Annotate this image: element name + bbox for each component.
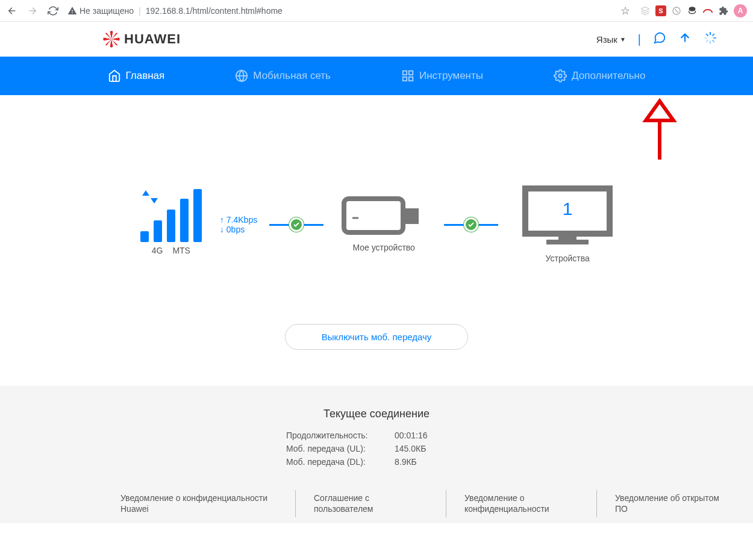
connection-info: Текущее соединение Продолжительность: 00… [0, 386, 753, 484]
grid-icon [401, 69, 414, 82]
huawei-logo-icon [102, 30, 120, 48]
nav-mobile[interactable]: Мобильная сеть [235, 69, 331, 82]
footer: Уведомление о конфиденциальности Huawei … [0, 484, 753, 523]
ext-icon-4[interactable] [687, 5, 698, 16]
gear-icon [554, 69, 567, 82]
chat-icon[interactable] [653, 31, 666, 47]
nav-advanced[interactable]: Дополнительно [554, 69, 645, 82]
svg-rect-11 [403, 71, 407, 75]
url-text: 192.168.8.1/html/content.html#home [146, 6, 283, 16]
toggle-mobile-data-button[interactable]: Выключить моб. передачу [285, 324, 469, 350]
nav-tools[interactable]: Инструменты [401, 69, 483, 82]
language-selector[interactable]: Язык ▼ [596, 34, 626, 45]
device-label: Мое устройство [352, 242, 414, 253]
router-icon [342, 196, 426, 238]
brand-logo: HUAWEI [102, 30, 181, 48]
dl-label: Моб. передача (DL): [286, 457, 395, 467]
svg-rect-14 [403, 77, 407, 81]
reload-icon[interactable] [47, 5, 59, 17]
check-icon [289, 217, 304, 232]
nav-home[interactable]: Главная [108, 69, 165, 82]
star-icon[interactable]: ☆ [619, 5, 631, 17]
update-icon[interactable] [678, 31, 692, 47]
back-icon[interactable] [6, 5, 18, 17]
url-bar[interactable]: Не защищено | 192.168.8.1/html/content.h… [67, 6, 611, 16]
extensions-icon[interactable] [718, 5, 729, 16]
svg-line-2 [713, 34, 714, 36]
devices-label: Устройства [546, 253, 590, 264]
ul-value: 145.0КБ [395, 444, 426, 453]
upload-arrow-icon: ↑ [220, 215, 224, 225]
connection-line-1 [269, 224, 323, 226]
globe-icon [235, 69, 248, 82]
device-count: 1 [522, 199, 613, 219]
footer-confidentiality[interactable]: Уведомление о конфиденциальности [446, 490, 596, 517]
svg-point-15 [558, 74, 562, 78]
upload-speed: 7.4Kbps [227, 215, 257, 225]
loading-icon [704, 31, 717, 47]
ext-icon-5[interactable] [702, 5, 713, 16]
nav-tools-label: Инструменты [419, 70, 483, 82]
brand-name: HUAWEI [124, 31, 181, 47]
ext-icon-3[interactable] [671, 5, 682, 16]
svg-line-8 [707, 34, 708, 36]
nav-advanced-label: Дополнительно [572, 70, 645, 82]
svg-rect-21 [558, 234, 576, 240]
svg-line-6 [707, 40, 708, 42]
signal-activity-icon [142, 190, 158, 206]
duration-label: Продолжительность: [286, 431, 395, 440]
ext-icon-2[interactable]: S [655, 5, 666, 16]
not-secure-warning: Не защищено [67, 6, 134, 16]
footer-opensource[interactable]: Уведомление об открытом ПО [596, 490, 747, 517]
app-header: HUAWEI Язык ▼ | [0, 22, 753, 57]
svg-rect-12 [409, 71, 413, 75]
operator-name: MTS [172, 246, 190, 255]
svg-rect-19 [403, 208, 419, 224]
ext-icon-1[interactable] [640, 5, 651, 16]
signal-block: 4G MTS [140, 194, 202, 255]
download-arrow-icon: ↓ [220, 225, 224, 234]
svg-rect-13 [409, 77, 413, 81]
svg-rect-22 [546, 240, 589, 244]
duration-value: 00:01:16 [395, 431, 428, 440]
nav-mobile-label: Мобильная сеть [253, 70, 331, 82]
footer-privacy[interactable]: Уведомление о конфиденциальности Huawei [120, 490, 295, 517]
nav-home-label: Главная [126, 70, 165, 82]
speed-block: ↑7.4Kbps ↓0bps [220, 215, 257, 234]
svg-rect-17 [346, 201, 401, 230]
check-icon [464, 217, 478, 232]
device-block[interactable]: Мое устройство [342, 196, 426, 253]
main-nav: Главная Мобильная сеть Инструменты Допол… [0, 57, 753, 95]
devices-block[interactable]: 1 Устройства [522, 185, 613, 264]
svg-line-4 [713, 40, 714, 42]
dl-value: 8.9КБ [395, 457, 417, 467]
home-icon [108, 69, 121, 82]
dashboard: 4G MTS ↑7.4Kbps ↓0bps Мое устройство [0, 95, 753, 386]
connection-line-2 [444, 224, 498, 226]
browser-chrome: Не защищено | 192.168.8.1/html/content.h… [0, 0, 753, 22]
download-speed: 0bps [227, 225, 245, 234]
connection-title: Текущее соединение [323, 408, 430, 420]
network-type: 4G [152, 246, 163, 255]
footer-agreement[interactable]: Соглашение с пользователем [295, 490, 446, 517]
profile-avatar[interactable]: A [734, 4, 747, 17]
ul-label: Моб. передача (UL): [286, 444, 395, 453]
separator: | [638, 33, 641, 46]
extensions-tray: S A [640, 4, 747, 17]
forward-icon[interactable] [27, 5, 39, 17]
